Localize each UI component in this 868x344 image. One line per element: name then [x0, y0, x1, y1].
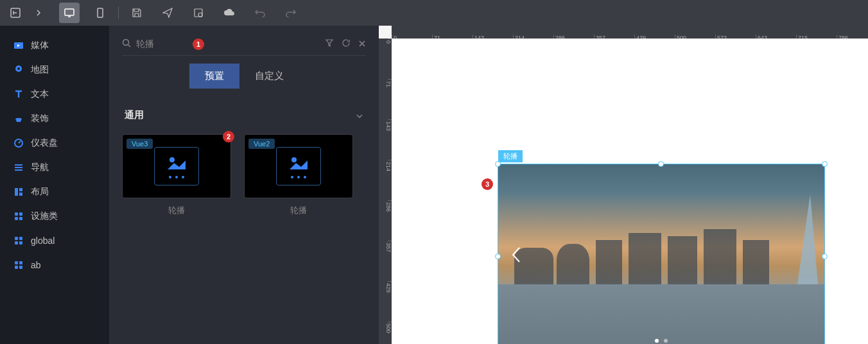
- divider: [118, 6, 119, 19]
- svg-rect-19: [15, 261, 18, 264]
- search-badge: 1: [193, 39, 204, 50]
- brush-icon: [13, 113, 24, 125]
- sidebar-item-global[interactable]: global: [0, 228, 109, 253]
- svg-point-24: [169, 157, 175, 162]
- thumb-tag: Vue2: [248, 139, 275, 149]
- svg-rect-11: [15, 212, 18, 216]
- svg-rect-22: [19, 266, 22, 269]
- component-thumb-vue2[interactable]: Vue2: [244, 134, 353, 198]
- sidebar-item-map[interactable]: 地图: [0, 58, 109, 82]
- thumb-label: 轮播: [122, 205, 231, 216]
- carousel-image: [498, 164, 824, 344]
- svg-rect-9: [19, 188, 22, 191]
- sidebar-item-dashboard[interactable]: 仪表盘: [0, 131, 109, 155]
- logo-icon[interactable]: [5, 3, 26, 23]
- svg-rect-8: [15, 188, 18, 196]
- svg-rect-15: [15, 237, 18, 240]
- svg-rect-17: [15, 241, 18, 245]
- search-icon: [122, 39, 131, 50]
- search-input[interactable]: [136, 39, 187, 49]
- sidebar-item-label: 导航: [31, 162, 49, 173]
- sidebar-item-label: 仪表盘: [31, 137, 58, 149]
- filter-icon[interactable]: [325, 39, 334, 50]
- grid-icon: [13, 211, 24, 222]
- preview-icon[interactable]: [188, 3, 209, 23]
- cloud-upload-icon[interactable]: [219, 3, 239, 23]
- canvas-component-carousel[interactable]: 轮播 3: [498, 164, 825, 344]
- sidebar-item-text[interactable]: 文本: [0, 82, 109, 107]
- mobile-view-icon[interactable]: [90, 3, 110, 23]
- svg-rect-21: [15, 266, 18, 269]
- svg-point-25: [291, 157, 297, 162]
- desktop-view-icon[interactable]: [59, 3, 80, 23]
- svg-rect-12: [19, 212, 22, 216]
- svg-rect-2: [98, 8, 103, 17]
- svg-rect-1: [65, 9, 74, 15]
- map-pin-icon: [13, 64, 24, 76]
- sidebar-item-label: 布局: [31, 186, 49, 198]
- top-toolbar: [0, 0, 868, 26]
- component-tag: 轮播: [498, 150, 523, 162]
- media-icon: [13, 40, 24, 51]
- sidebar-item-label: 媒体: [31, 40, 49, 51]
- text-icon: [13, 89, 24, 100]
- canvas[interactable]: 轮播 3: [392, 39, 868, 344]
- ruler-horizontal: 071143214286357429500572643715786: [392, 26, 868, 39]
- sidebar-item-facility[interactable]: 设施类: [0, 204, 109, 228]
- refresh-icon[interactable]: [342, 39, 351, 50]
- svg-rect-10: [19, 193, 22, 196]
- section-title: 通用: [125, 109, 144, 121]
- canvas-badge: 3: [482, 178, 493, 190]
- svg-rect-20: [19, 261, 22, 264]
- svg-rect-14: [19, 217, 22, 220]
- sidebar-item-label: global: [31, 236, 55, 246]
- chevron-right-icon[interactable]: [28, 3, 49, 23]
- section-header-general[interactable]: 通用: [122, 101, 366, 129]
- save-icon[interactable]: [126, 3, 147, 23]
- resize-handle[interactable]: [658, 161, 664, 167]
- thumb-label: 轮播: [244, 205, 353, 216]
- sidebar-item-label: ab: [31, 260, 41, 270]
- resize-handle[interactable]: [822, 254, 828, 259]
- thumb-badge: 2: [223, 131, 234, 142]
- redo-icon[interactable]: [281, 3, 301, 23]
- svg-rect-13: [15, 217, 18, 220]
- components-panel: 1 预置 自定义 通用: [109, 26, 379, 344]
- sidebar-item-label: 地图: [31, 64, 49, 76]
- chevron-down-icon: [356, 110, 363, 121]
- sidebar-item-decoration[interactable]: 装饰: [0, 107, 109, 131]
- sidebar-item-label: 装饰: [31, 113, 49, 125]
- tab-preset[interactable]: 预置: [189, 64, 239, 89]
- category-sidebar: 媒体 地图 文本 装饰 仪表盘 导航 布局 设施类: [0, 26, 109, 344]
- sidebar-item-ab[interactable]: ab: [0, 253, 109, 277]
- svg-point-23: [123, 40, 129, 46]
- close-icon[interactable]: [358, 39, 366, 50]
- resize-handle[interactable]: [495, 161, 501, 167]
- sidebar-item-media[interactable]: 媒体: [0, 33, 109, 58]
- tab-custom[interactable]: 自定义: [239, 64, 299, 89]
- svg-rect-18: [19, 241, 22, 245]
- resize-handle[interactable]: [495, 254, 501, 259]
- thumb-tag: Vue3: [126, 139, 153, 149]
- sidebar-item-label: 文本: [31, 89, 49, 100]
- gauge-icon: [13, 137, 24, 149]
- carousel-indicators[interactable]: [655, 339, 668, 343]
- send-icon[interactable]: [157, 3, 178, 23]
- ruler-vertical: 071143214286357429500: [379, 39, 392, 344]
- grid-icon: [13, 259, 24, 271]
- resize-handle[interactable]: [822, 161, 828, 167]
- sidebar-item-nav[interactable]: 导航: [0, 155, 109, 180]
- svg-point-6: [17, 67, 20, 70]
- sidebar-item-label: 设施类: [31, 211, 58, 222]
- carousel-prev-icon[interactable]: [511, 246, 521, 267]
- svg-point-4: [198, 13, 202, 17]
- undo-icon[interactable]: [250, 3, 270, 23]
- canvas-area: 071143214286357429500572643715786 071143…: [379, 26, 868, 344]
- grid-icon: [13, 235, 24, 246]
- sidebar-item-layout[interactable]: 布局: [0, 180, 109, 204]
- component-thumb-vue3[interactable]: Vue3 2: [122, 134, 231, 198]
- svg-rect-16: [19, 237, 22, 240]
- list-icon: [13, 162, 24, 173]
- layout-icon: [13, 186, 24, 198]
